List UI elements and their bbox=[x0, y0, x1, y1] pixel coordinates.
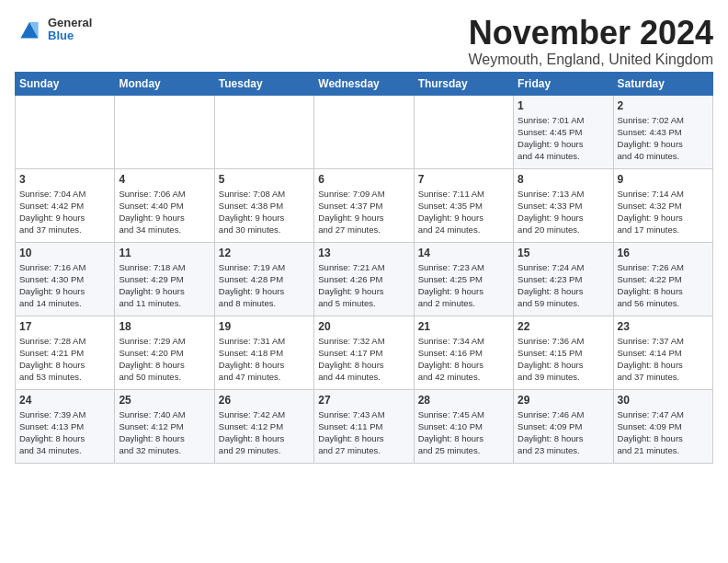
calendar-cell: 4Sunrise: 7:06 AM Sunset: 4:40 PM Daylig… bbox=[115, 168, 214, 242]
day-number: 19 bbox=[219, 320, 310, 333]
day-number: 28 bbox=[418, 394, 509, 407]
day-info: Sunrise: 7:29 AM Sunset: 4:20 PM Dayligh… bbox=[119, 335, 210, 384]
calendar-cell: 15Sunrise: 7:24 AM Sunset: 4:23 PM Dayli… bbox=[514, 242, 613, 316]
weekday-header-thursday: Thursday bbox=[414, 72, 513, 95]
logo-blue: Blue bbox=[48, 29, 92, 42]
day-number: 23 bbox=[618, 320, 709, 333]
calendar-cell: 23Sunrise: 7:37 AM Sunset: 4:14 PM Dayli… bbox=[613, 316, 712, 389]
calendar-cell: 8Sunrise: 7:13 AM Sunset: 4:33 PM Daylig… bbox=[514, 168, 613, 242]
calendar-cell bbox=[314, 95, 414, 168]
day-info: Sunrise: 7:45 AM Sunset: 4:10 PM Dayligh… bbox=[418, 408, 509, 457]
calendar-cell bbox=[214, 95, 313, 168]
day-number: 13 bbox=[318, 247, 409, 259]
day-number: 6 bbox=[318, 173, 409, 186]
day-number: 5 bbox=[219, 173, 310, 186]
calendar-table: SundayMondayTuesdayWednesdayThursdayFrid… bbox=[15, 72, 713, 464]
day-number: 12 bbox=[219, 247, 310, 259]
day-number: 8 bbox=[518, 173, 609, 186]
calendar-cell: 5Sunrise: 7:08 AM Sunset: 4:38 PM Daylig… bbox=[214, 168, 313, 242]
calendar-cell: 3Sunrise: 7:04 AM Sunset: 4:42 PM Daylig… bbox=[16, 168, 115, 242]
calendar-cell: 27Sunrise: 7:43 AM Sunset: 4:11 PM Dayli… bbox=[314, 389, 414, 463]
day-number: 30 bbox=[618, 394, 709, 407]
calendar-week-row: 10Sunrise: 7:16 AM Sunset: 4:30 PM Dayli… bbox=[16, 242, 713, 316]
day-number: 2 bbox=[618, 99, 709, 112]
day-info: Sunrise: 7:46 AM Sunset: 4:09 PM Dayligh… bbox=[518, 408, 609, 457]
logo-general: General bbox=[48, 17, 92, 29]
day-number: 29 bbox=[518, 394, 609, 407]
calendar-cell: 24Sunrise: 7:39 AM Sunset: 4:13 PM Dayli… bbox=[16, 389, 115, 463]
day-info: Sunrise: 7:08 AM Sunset: 4:38 PM Dayligh… bbox=[219, 188, 310, 236]
calendar-cell: 26Sunrise: 7:42 AM Sunset: 4:12 PM Dayli… bbox=[214, 389, 313, 463]
day-number: 1 bbox=[518, 99, 609, 112]
calendar-cell: 10Sunrise: 7:16 AM Sunset: 4:30 PM Dayli… bbox=[16, 242, 115, 316]
day-number: 11 bbox=[119, 247, 210, 259]
calendar-cell bbox=[115, 95, 214, 168]
day-info: Sunrise: 7:16 AM Sunset: 4:30 PM Dayligh… bbox=[19, 261, 110, 310]
day-info: Sunrise: 7:11 AM Sunset: 4:35 PM Dayligh… bbox=[418, 188, 509, 236]
calendar-cell: 19Sunrise: 7:31 AM Sunset: 4:18 PM Dayli… bbox=[214, 316, 313, 389]
day-info: Sunrise: 7:06 AM Sunset: 4:40 PM Dayligh… bbox=[119, 188, 210, 236]
calendar-cell: 11Sunrise: 7:18 AM Sunset: 4:29 PM Dayli… bbox=[115, 242, 214, 316]
day-number: 14 bbox=[418, 247, 509, 259]
month-title: November 2024 bbox=[468, 15, 713, 52]
calendar-cell bbox=[414, 95, 513, 168]
day-number: 15 bbox=[518, 247, 609, 259]
weekday-header-friday: Friday bbox=[514, 72, 613, 95]
day-info: Sunrise: 7:37 AM Sunset: 4:14 PM Dayligh… bbox=[618, 335, 709, 384]
calendar-week-row: 17Sunrise: 7:28 AM Sunset: 4:21 PM Dayli… bbox=[16, 316, 713, 389]
calendar-cell: 20Sunrise: 7:32 AM Sunset: 4:17 PM Dayli… bbox=[314, 316, 414, 389]
calendar-cell: 2Sunrise: 7:02 AM Sunset: 4:43 PM Daylig… bbox=[613, 95, 712, 168]
calendar-week-row: 1Sunrise: 7:01 AM Sunset: 4:45 PM Daylig… bbox=[16, 95, 713, 168]
day-info: Sunrise: 7:21 AM Sunset: 4:26 PM Dayligh… bbox=[318, 261, 409, 310]
day-info: Sunrise: 7:01 AM Sunset: 4:45 PM Dayligh… bbox=[518, 114, 609, 163]
day-info: Sunrise: 7:26 AM Sunset: 4:22 PM Dayligh… bbox=[618, 261, 709, 310]
day-number: 26 bbox=[219, 394, 310, 407]
calendar-week-row: 3Sunrise: 7:04 AM Sunset: 4:42 PM Daylig… bbox=[16, 168, 713, 242]
day-info: Sunrise: 7:13 AM Sunset: 4:33 PM Dayligh… bbox=[518, 188, 609, 236]
day-info: Sunrise: 7:23 AM Sunset: 4:25 PM Dayligh… bbox=[418, 261, 509, 310]
day-number: 24 bbox=[19, 394, 110, 407]
day-number: 22 bbox=[518, 320, 609, 333]
day-info: Sunrise: 7:47 AM Sunset: 4:09 PM Dayligh… bbox=[618, 408, 709, 457]
weekday-header-monday: Monday bbox=[115, 72, 214, 95]
day-info: Sunrise: 7:39 AM Sunset: 4:13 PM Dayligh… bbox=[19, 408, 110, 457]
weekday-header-wednesday: Wednesday bbox=[314, 72, 414, 95]
calendar-cell: 22Sunrise: 7:36 AM Sunset: 4:15 PM Dayli… bbox=[514, 316, 613, 389]
day-number: 20 bbox=[318, 320, 409, 333]
logo: General Blue bbox=[15, 15, 92, 44]
calendar-cell: 1Sunrise: 7:01 AM Sunset: 4:45 PM Daylig… bbox=[514, 95, 613, 168]
day-info: Sunrise: 7:19 AM Sunset: 4:28 PM Dayligh… bbox=[219, 261, 310, 310]
calendar-cell: 30Sunrise: 7:47 AM Sunset: 4:09 PM Dayli… bbox=[613, 389, 712, 463]
day-info: Sunrise: 7:36 AM Sunset: 4:15 PM Dayligh… bbox=[518, 335, 609, 384]
location-subtitle: Weymouth, England, United Kingdom bbox=[468, 52, 713, 68]
day-number: 3 bbox=[19, 173, 110, 186]
day-number: 16 bbox=[618, 247, 709, 259]
calendar-cell: 12Sunrise: 7:19 AM Sunset: 4:28 PM Dayli… bbox=[214, 242, 313, 316]
day-info: Sunrise: 7:18 AM Sunset: 4:29 PM Dayligh… bbox=[119, 261, 210, 310]
day-info: Sunrise: 7:09 AM Sunset: 4:37 PM Dayligh… bbox=[318, 188, 409, 236]
logo-icon bbox=[15, 15, 44, 44]
day-number: 7 bbox=[418, 173, 509, 186]
day-number: 9 bbox=[618, 173, 709, 186]
calendar-week-row: 24Sunrise: 7:39 AM Sunset: 4:13 PM Dayli… bbox=[16, 389, 713, 463]
day-info: Sunrise: 7:14 AM Sunset: 4:32 PM Dayligh… bbox=[618, 188, 709, 236]
day-info: Sunrise: 7:24 AM Sunset: 4:23 PM Dayligh… bbox=[518, 261, 609, 310]
title-block: November 2024 Weymouth, England, United … bbox=[468, 15, 713, 68]
day-number: 18 bbox=[119, 320, 210, 333]
calendar-cell: 21Sunrise: 7:34 AM Sunset: 4:16 PM Dayli… bbox=[414, 316, 513, 389]
weekday-header-row: SundayMondayTuesdayWednesdayThursdayFrid… bbox=[16, 72, 713, 95]
calendar-cell: 14Sunrise: 7:23 AM Sunset: 4:25 PM Dayli… bbox=[414, 242, 513, 316]
weekday-header-sunday: Sunday bbox=[16, 72, 115, 95]
day-info: Sunrise: 7:40 AM Sunset: 4:12 PM Dayligh… bbox=[119, 408, 210, 457]
calendar-cell: 17Sunrise: 7:28 AM Sunset: 4:21 PM Dayli… bbox=[16, 316, 115, 389]
calendar-cell: 25Sunrise: 7:40 AM Sunset: 4:12 PM Dayli… bbox=[115, 389, 214, 463]
day-number: 17 bbox=[19, 320, 110, 333]
calendar-cell: 7Sunrise: 7:11 AM Sunset: 4:35 PM Daylig… bbox=[414, 168, 513, 242]
calendar-cell: 28Sunrise: 7:45 AM Sunset: 4:10 PM Dayli… bbox=[414, 389, 513, 463]
day-info: Sunrise: 7:04 AM Sunset: 4:42 PM Dayligh… bbox=[19, 188, 110, 236]
day-number: 25 bbox=[119, 394, 210, 407]
day-info: Sunrise: 7:32 AM Sunset: 4:17 PM Dayligh… bbox=[318, 335, 409, 384]
day-info: Sunrise: 7:43 AM Sunset: 4:11 PM Dayligh… bbox=[318, 408, 409, 457]
calendar-cell: 13Sunrise: 7:21 AM Sunset: 4:26 PM Dayli… bbox=[314, 242, 414, 316]
day-info: Sunrise: 7:31 AM Sunset: 4:18 PM Dayligh… bbox=[219, 335, 310, 384]
